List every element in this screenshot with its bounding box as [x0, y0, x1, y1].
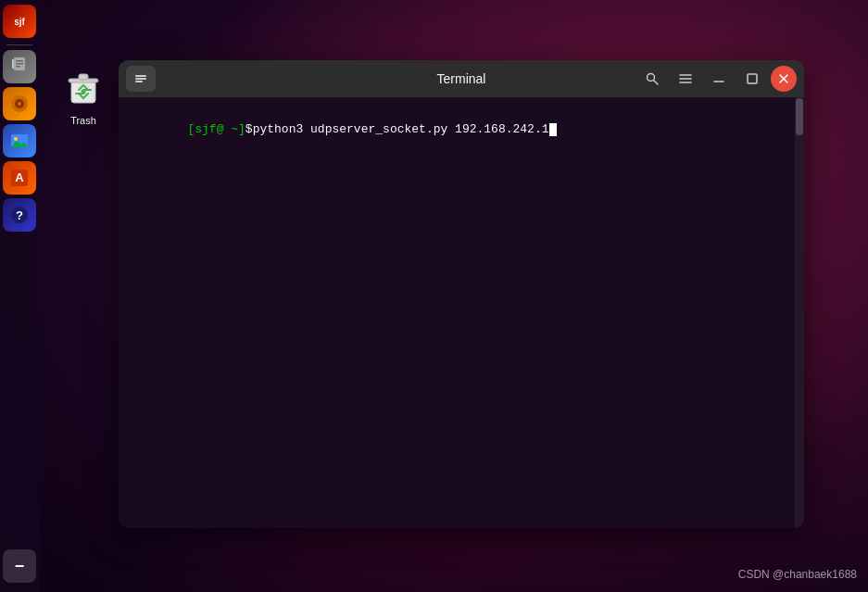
- menu-icon: [678, 71, 693, 86]
- taskbar-icon-files[interactable]: [3, 50, 36, 83]
- svg-rect-2: [16, 60, 23, 62]
- taskbar-icon-minus[interactable]: −: [3, 549, 36, 583]
- svg-point-7: [18, 102, 21, 106]
- taskbar: sjf: [0, 0, 39, 592]
- terminal-line-1: [sjf@ ~]$python3 udpserver_socket.py 192…: [130, 105, 793, 156]
- svg-line-23: [654, 81, 658, 84]
- svg-point-18: [82, 90, 86, 94]
- sjf-label: sjf: [14, 17, 25, 27]
- svg-point-22: [648, 74, 655, 82]
- minimize-icon: [711, 71, 726, 86]
- svg-rect-19: [135, 75, 146, 77]
- terminal-scrollbar-thumb[interactable]: [796, 98, 803, 135]
- terminal-controls: [637, 66, 797, 92]
- svg-rect-21: [135, 81, 143, 82]
- desktop-icon-trash[interactable]: Trash: [57, 63, 109, 130]
- taskbar-separator-1: [6, 44, 32, 45]
- terminal-tab-button[interactable]: [126, 66, 156, 92]
- files-icon: [9, 57, 30, 77]
- taskbar-icon-photos[interactable]: [3, 124, 36, 157]
- taskbar-bottom: −: [3, 549, 36, 592]
- photos-icon: [9, 131, 30, 151]
- terminal-prompt-user: [sjf@ ~]: [187, 122, 245, 136]
- taskbar-icon-store[interactable]: A: [3, 161, 36, 195]
- terminal-menu-button[interactable]: [671, 66, 700, 92]
- terminal-window: Terminal: [119, 60, 804, 528]
- svg-point-9: [14, 137, 18, 141]
- terminal-title: Terminal: [437, 71, 486, 86]
- svg-rect-4: [16, 66, 20, 68]
- watermark-text: CSDN @chanbaek1688: [738, 568, 857, 581]
- svg-rect-3: [16, 63, 23, 65]
- terminal-body[interactable]: [sjf@ ~]$python3 udpserver_socket.py 192…: [119, 97, 804, 528]
- close-icon: [777, 72, 790, 85]
- watermark: CSDN @chanbaek1688: [738, 568, 857, 581]
- svg-text:?: ?: [16, 208, 23, 222]
- terminal-cursor: [549, 123, 557, 136]
- maximize-icon: [745, 71, 760, 86]
- taskbar-icon-help[interactable]: ?: [3, 198, 36, 232]
- taskbar-icon-sjf[interactable]: sjf: [3, 5, 36, 38]
- svg-rect-20: [135, 78, 146, 80]
- tab-icon: [133, 71, 148, 86]
- svg-rect-17: [79, 74, 88, 80]
- terminal-scrollbar[interactable]: [795, 97, 804, 528]
- search-icon: [645, 71, 660, 86]
- trash-label: Trash: [70, 115, 96, 126]
- terminal-maximize-button[interactable]: [737, 66, 767, 92]
- minus-icon: −: [15, 557, 25, 576]
- terminal-titlebar: Terminal: [119, 60, 804, 97]
- help-icon: ?: [9, 205, 30, 225]
- taskbar-icon-sound[interactable]: [3, 87, 36, 120]
- terminal-command: python3 udpserver_socket.py 192.168.242.…: [253, 122, 549, 136]
- terminal-prompt-dollar: $: [245, 122, 253, 136]
- desktop: sjf: [0, 0, 868, 592]
- terminal-close-button[interactable]: [771, 66, 797, 92]
- store-icon: A: [9, 168, 30, 188]
- sound-icon: [9, 94, 30, 114]
- svg-text:A: A: [15, 170, 24, 184]
- svg-rect-28: [748, 74, 757, 83]
- terminal-minimize-button[interactable]: [704, 66, 734, 92]
- terminal-search-button[interactable]: [637, 66, 667, 92]
- trash-icon: [61, 67, 106, 111]
